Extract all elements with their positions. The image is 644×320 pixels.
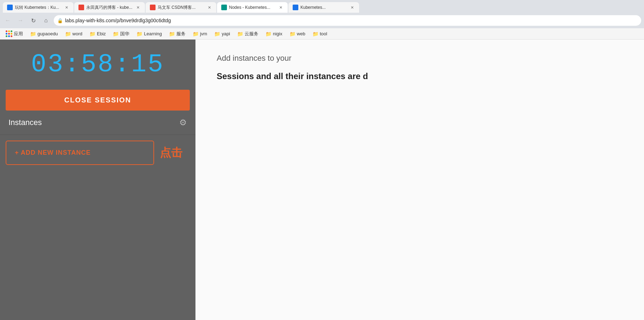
bookmark-jvm-label: jvm <box>200 31 207 36</box>
add-new-instance-button[interactable]: + ADD NEW INSTANCE <box>6 141 154 165</box>
bookmark-learning[interactable]: 📁 Learning <box>134 30 165 38</box>
tab-4-favicon <box>221 5 227 10</box>
close-session-button[interactable]: CLOSE SESSION <box>6 90 190 111</box>
tab-3-favicon <box>150 5 156 10</box>
bookmark-apps[interactable]: 应用 <box>3 29 26 38</box>
reload-button[interactable]: ↻ <box>28 16 38 25</box>
tab-3-close[interactable]: ✕ <box>206 5 212 10</box>
bookmark-web-label: web <box>297 31 305 36</box>
home-button[interactable]: ⌂ <box>41 16 51 25</box>
tab-bar: 玩转 Kubernetes：Ku... ✕ 永田真巧的博客 - kube... … <box>0 0 644 13</box>
tab-4-close[interactable]: ✕ <box>278 5 283 10</box>
back-button[interactable]: ← <box>3 16 13 25</box>
instances-header: Instances ⚙ <box>0 111 195 135</box>
tab-1-title: 玩转 Kubernetes：Ku... <box>15 5 62 11</box>
tab-2-favicon <box>78 5 84 10</box>
click-hint-label: 点击 <box>160 145 182 161</box>
bookmark-gupaoedu[interactable]: 📁 gupaoedu <box>27 30 61 38</box>
tab-2-close[interactable]: ✕ <box>135 5 141 10</box>
folder-icon-nigix: 📁 <box>265 31 271 37</box>
address-bar-row: ← → ↻ ⌂ 🔒 <box>0 13 644 28</box>
folder-icon-web: 📁 <box>289 31 295 37</box>
bookmark-gupaoedu-label: gupaoedu <box>37 31 58 36</box>
tab-2-title: 永田真巧的博客 - kube... <box>86 5 133 11</box>
main-text-primary: Add instances to your <box>217 54 623 63</box>
bookmark-tool[interactable]: 📁 tool <box>310 30 330 38</box>
bookmark-jvm[interactable]: 📁 jvm <box>190 30 210 38</box>
bookmark-ebiz-label: Ebiz <box>97 31 106 36</box>
folder-icon-guohua: 📁 <box>113 31 119 37</box>
folder-icon-jvm: 📁 <box>193 31 199 37</box>
tab-4-title: Nodes - Kubernetes... <box>229 5 276 10</box>
folder-icon-ebiz: 📁 <box>89 31 95 37</box>
bookmarks-bar: 应用 📁 gupaoedu 📁 word 📁 Ebiz 📁 国华 📁 Learn… <box>0 28 644 40</box>
tab-5-close[interactable]: ✕ <box>349 5 355 10</box>
bookmark-guohua-label: 国华 <box>120 31 129 37</box>
bookmark-word-label: word <box>72 31 82 36</box>
forward-button[interactable]: → <box>16 16 25 25</box>
bookmark-nigix[interactable]: 📁 nigix <box>263 30 285 38</box>
timer-section: 03:58:15 <box>0 40 195 90</box>
tab-5-title: Kubernetes... <box>300 5 347 10</box>
bookmark-learning-label: Learning <box>144 31 162 36</box>
gear-icon-button[interactable]: ⚙ <box>179 118 187 128</box>
tab-3-title: 马文车 CSDN博客... <box>158 5 204 11</box>
folder-icon-service: 📁 <box>169 31 175 37</box>
address-input[interactable] <box>54 15 641 26</box>
main-content: Add instances to your Sessions and all t… <box>195 40 644 320</box>
folder-icon-gupaoedu: 📁 <box>30 31 36 37</box>
folder-icon-cloud: 📁 <box>237 31 243 37</box>
tab-4[interactable]: Nodes - Kubernetes... ✕ <box>217 2 288 13</box>
bookmark-word[interactable]: 📁 word <box>62 30 85 38</box>
main-text-bold: Sessions and all their instances are d <box>217 71 623 81</box>
tab-1[interactable]: 玩转 Kubernetes：Ku... ✕ <box>3 2 74 13</box>
bookmark-cloud-label: 云服务 <box>245 31 258 37</box>
bookmark-yapi-label: yapi <box>222 31 230 36</box>
folder-icon-yapi: 📁 <box>214 31 220 37</box>
timer-display: 03:58:15 <box>31 50 165 79</box>
lock-icon: 🔒 <box>57 18 63 23</box>
browser-chrome: 玩转 Kubernetes：Ku... ✕ 永田真巧的博客 - kube... … <box>0 0 644 40</box>
add-instance-row: + ADD NEW INSTANCE 点击 <box>6 141 190 165</box>
tab-1-favicon <box>7 5 13 10</box>
bookmark-nigix-label: nigix <box>273 31 282 36</box>
tab-2[interactable]: 永田真巧的博客 - kube... ✕ <box>74 2 145 13</box>
page-content: 03:58:15 CLOSE SESSION Instances ⚙ + ADD… <box>0 40 644 320</box>
tab-5-favicon <box>293 5 298 10</box>
tab-1-close[interactable]: ✕ <box>64 5 69 10</box>
tab-3[interactable]: 马文车 CSDN博客... ✕ <box>146 2 216 13</box>
folder-icon-word: 📁 <box>65 31 71 37</box>
instances-label: Instances <box>8 118 42 127</box>
address-bar-container: 🔒 <box>54 15 641 26</box>
bookmark-web[interactable]: 📁 web <box>287 30 308 38</box>
tab-5[interactable]: Kubernetes... ✕ <box>288 2 359 13</box>
bookmark-yapi[interactable]: 📁 yapi <box>211 30 233 38</box>
bookmark-guohua[interactable]: 📁 国华 <box>110 30 132 38</box>
sidebar: 03:58:15 CLOSE SESSION Instances ⚙ + ADD… <box>0 40 195 320</box>
bookmark-service-label: 服务 <box>176 31 186 37</box>
instances-body: + ADD NEW INSTANCE 点击 <box>0 135 195 320</box>
bookmark-apps-label: 应用 <box>14 31 23 37</box>
bookmark-service[interactable]: 📁 服务 <box>166 30 188 38</box>
folder-icon-tool: 📁 <box>312 31 318 37</box>
bookmark-tool-label: tool <box>320 31 327 36</box>
bookmark-cloud[interactable]: 📁 云服务 <box>234 30 261 38</box>
folder-icon-learning: 📁 <box>136 31 142 37</box>
bookmark-ebiz[interactable]: 📁 Ebiz <box>87 30 109 38</box>
